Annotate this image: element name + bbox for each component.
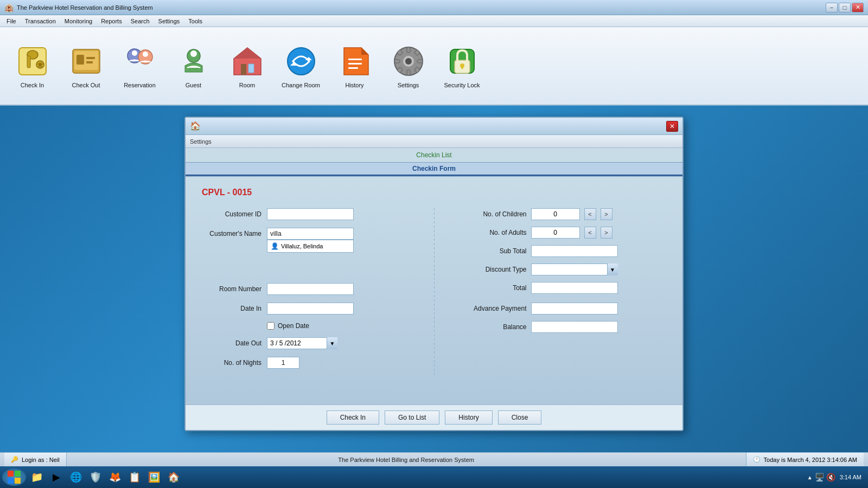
settings-label: Settings <box>398 82 419 88</box>
check-in-label: Check In <box>21 82 44 88</box>
status-date: 🕐 Today is March 4, 2012 3:14:06 AM <box>746 453 864 466</box>
menu-file[interactable]: File <box>2 17 21 25</box>
date-text: Today is March 4, 2012 3:14:06 AM <box>764 457 857 463</box>
taskbar-folder-icon[interactable]: 📁 <box>28 468 46 486</box>
no-children-input[interactable] <box>531 208 580 220</box>
toolbar-history[interactable]: History <box>329 31 380 101</box>
customer-name-input[interactable] <box>267 228 354 240</box>
taskbar-globe-icon[interactable]: 🌐 <box>67 468 85 486</box>
date-out-select[interactable]: 3 / 5 /2012 <box>267 337 337 349</box>
svg-rect-8 <box>76 55 84 65</box>
menu-tools[interactable]: Tools <box>184 17 207 25</box>
taskbar-image-icon[interactable]: 🖼️ <box>145 468 163 486</box>
room-number-label: Room Number <box>202 283 261 293</box>
toolbar-settings[interactable]: Settings <box>382 31 434 101</box>
sys-tray-arrow-icon[interactable]: ▲ <box>807 474 813 480</box>
close-button[interactable]: ✕ <box>852 3 864 12</box>
status-login: 🔑 Login as : Neil <box>4 453 67 466</box>
open-date-checkbox[interactable] <box>267 322 275 330</box>
customer-id-input[interactable] <box>267 208 354 220</box>
form-area: CPVL - 0015 Customer ID Customer's Name <box>186 177 682 404</box>
room-icon <box>230 44 265 79</box>
toolbar-room[interactable]: Room <box>221 31 273 101</box>
dialog-buttons: Check In Go to List History Close <box>186 404 682 430</box>
titlebar: 🏨 The Parkview Hotel Reservation and Bil… <box>0 0 868 15</box>
advance-payment-label: Advance Payment <box>462 305 527 312</box>
menu-reports[interactable]: Reports <box>97 17 126 25</box>
toolbar-check-in[interactable]: Check In <box>7 31 58 101</box>
toolbar-guest[interactable]: Guest <box>168 31 219 101</box>
sys-tray-volume-icon[interactable]: 🔇 <box>826 473 835 481</box>
customer-id-label: Customer ID <box>202 208 261 218</box>
form-divider <box>434 208 435 376</box>
reservation-label: Reservation <box>124 82 156 88</box>
no-children-increment[interactable]: > <box>601 208 612 220</box>
taskbar-time: 3:14 AM <box>840 474 861 480</box>
toolbar-check-out[interactable]: Check Out <box>60 31 112 101</box>
guest-icon <box>176 44 211 79</box>
menu-monitoring[interactable]: Monitoring <box>60 17 97 25</box>
desktop: 🏠 ✕ Settings Checkin List Checkin Form C… <box>0 106 868 466</box>
menu-transaction[interactable]: Transaction <box>21 17 60 25</box>
taskbar-home-icon[interactable]: 🏠 <box>165 468 182 486</box>
dialog-home-icon: 🏠 <box>190 121 201 131</box>
sys-tray-monitor-icon[interactable]: 🖥️ <box>815 473 824 481</box>
subtotal-input[interactable] <box>531 245 618 257</box>
history-button[interactable]: History <box>445 410 492 425</box>
record-id: CPVL - 0015 <box>202 188 666 197</box>
go-to-list-button[interactable]: Go to List <box>385 410 439 425</box>
svg-point-16 <box>190 50 197 57</box>
balance-label: Balance <box>462 323 527 331</box>
no-adults-decrement[interactable]: < <box>584 227 596 239</box>
menu-search[interactable]: Search <box>126 17 154 25</box>
login-text: Login as : Neil <box>22 457 60 463</box>
discount-type-select[interactable] <box>531 264 618 275</box>
total-input[interactable] <box>531 282 618 294</box>
maximize-button[interactable]: □ <box>839 3 851 12</box>
checkin-form-tab[interactable]: Checkin Form <box>186 163 682 176</box>
history-label: History <box>345 82 363 88</box>
room-number-input[interactable] <box>267 283 354 295</box>
security-lock-icon <box>445 44 480 79</box>
checkin-list-tab[interactable]: Checkin List <box>186 148 682 163</box>
autocomplete-item-text: Villaluz, Belinda <box>281 243 323 249</box>
toolbar-reservation[interactable]: Reservation <box>114 31 165 101</box>
autocomplete-item[interactable]: 👤 Villaluz, Belinda <box>267 240 353 252</box>
check-out-label: Check Out <box>72 82 100 88</box>
svg-rect-2 <box>27 56 30 68</box>
taskbar-clipboard-icon[interactable]: 📋 <box>126 468 143 486</box>
start-button[interactable] <box>2 468 26 486</box>
toolbar: Check In Check Out Reservat <box>0 27 868 106</box>
subtotal-label: Sub Total <box>462 247 527 255</box>
check-in-icon <box>15 44 50 79</box>
dialog-menu-bar: Settings <box>186 135 682 148</box>
minimize-button[interactable]: − <box>826 3 838 12</box>
clock-icon: 🕐 <box>753 456 761 463</box>
toolbar-change-room[interactable]: Change Room <box>275 31 327 101</box>
dialog-close-button[interactable]: ✕ <box>666 121 678 132</box>
discount-type-label: Discount Type <box>462 266 527 273</box>
form-left-column: Customer ID Customer's Name 👤 Villaluz, … <box>202 208 407 376</box>
taskbar-firefox-icon[interactable]: 🦊 <box>106 468 124 486</box>
open-date-label: Open Date <box>278 322 309 330</box>
no-adults-input[interactable] <box>531 227 580 239</box>
no-adults-increment[interactable]: > <box>601 227 612 239</box>
date-out-wrapper: 3 / 5 /2012 ▼ <box>267 337 337 349</box>
taskbar-play-icon[interactable]: ▶ <box>48 468 65 486</box>
no-of-nights-input[interactable] <box>267 357 299 369</box>
app-title: The Parkview Hotel Reservation and Billi… <box>17 4 826 11</box>
check-in-button[interactable]: Check In <box>327 410 379 425</box>
statusbar: 🔑 Login as : Neil The Parkview Hotel Bil… <box>0 452 868 466</box>
balance-input[interactable] <box>531 321 618 333</box>
svg-rect-36 <box>417 60 423 63</box>
svg-rect-35 <box>394 60 400 63</box>
svg-rect-44 <box>461 66 463 69</box>
advance-payment-input[interactable] <box>531 303 618 314</box>
date-in-input[interactable] <box>267 303 354 314</box>
menu-settings[interactable]: Settings <box>154 17 184 25</box>
discount-type-wrapper: ▼ <box>531 264 618 275</box>
close-button[interactable]: Close <box>498 410 542 425</box>
taskbar-shield-icon[interactable]: 🛡️ <box>87 468 104 486</box>
toolbar-security-lock[interactable]: Security Lock <box>436 31 488 101</box>
no-children-decrement[interactable]: < <box>584 208 596 220</box>
